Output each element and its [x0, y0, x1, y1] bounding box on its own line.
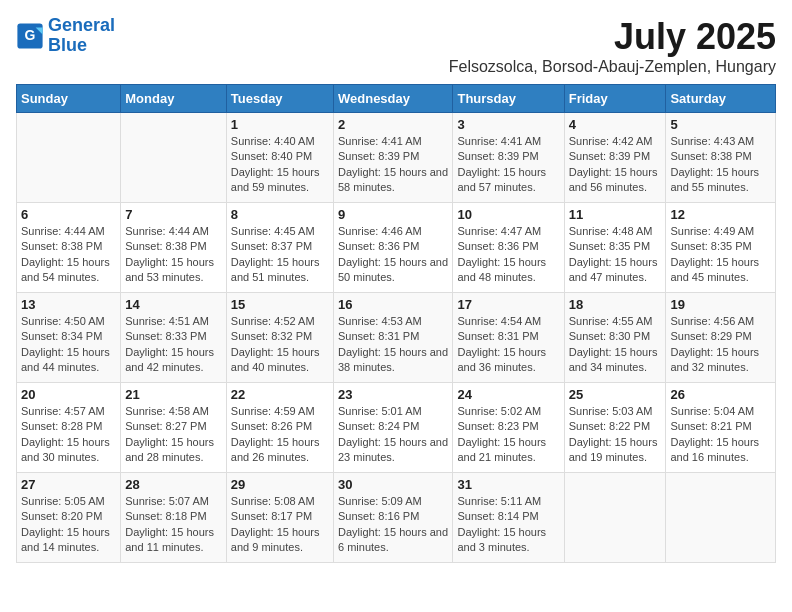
day-number: 26: [670, 387, 771, 402]
day-info: Sunrise: 5:01 AM Sunset: 8:24 PM Dayligh…: [338, 404, 448, 466]
day-info: Sunrise: 4:52 AM Sunset: 8:32 PM Dayligh…: [231, 314, 329, 376]
day-number: 9: [338, 207, 448, 222]
calendar-cell: 5Sunrise: 4:43 AM Sunset: 8:38 PM Daylig…: [666, 113, 776, 203]
day-number: 29: [231, 477, 329, 492]
svg-text:G: G: [25, 27, 36, 43]
day-number: 3: [457, 117, 559, 132]
day-info: Sunrise: 4:43 AM Sunset: 8:38 PM Dayligh…: [670, 134, 771, 196]
calendar-cell: 21Sunrise: 4:58 AM Sunset: 8:27 PM Dayli…: [121, 383, 227, 473]
day-info: Sunrise: 5:08 AM Sunset: 8:17 PM Dayligh…: [231, 494, 329, 556]
calendar-week-4: 20Sunrise: 4:57 AM Sunset: 8:28 PM Dayli…: [17, 383, 776, 473]
day-info: Sunrise: 5:11 AM Sunset: 8:14 PM Dayligh…: [457, 494, 559, 556]
day-number: 11: [569, 207, 662, 222]
calendar-cell: 4Sunrise: 4:42 AM Sunset: 8:39 PM Daylig…: [564, 113, 666, 203]
weekday-header-friday: Friday: [564, 85, 666, 113]
day-number: 18: [569, 297, 662, 312]
day-info: Sunrise: 4:40 AM Sunset: 8:40 PM Dayligh…: [231, 134, 329, 196]
day-number: 13: [21, 297, 116, 312]
calendar-cell: 8Sunrise: 4:45 AM Sunset: 8:37 PM Daylig…: [226, 203, 333, 293]
day-info: Sunrise: 4:50 AM Sunset: 8:34 PM Dayligh…: [21, 314, 116, 376]
day-info: Sunrise: 4:59 AM Sunset: 8:26 PM Dayligh…: [231, 404, 329, 466]
weekday-header-sunday: Sunday: [17, 85, 121, 113]
calendar-cell: [17, 113, 121, 203]
calendar-cell: 6Sunrise: 4:44 AM Sunset: 8:38 PM Daylig…: [17, 203, 121, 293]
calendar-cell: 26Sunrise: 5:04 AM Sunset: 8:21 PM Dayli…: [666, 383, 776, 473]
day-info: Sunrise: 4:45 AM Sunset: 8:37 PM Dayligh…: [231, 224, 329, 286]
calendar-cell: 24Sunrise: 5:02 AM Sunset: 8:23 PM Dayli…: [453, 383, 564, 473]
day-number: 10: [457, 207, 559, 222]
day-number: 15: [231, 297, 329, 312]
calendar-cell: 12Sunrise: 4:49 AM Sunset: 8:35 PM Dayli…: [666, 203, 776, 293]
calendar-cell: 23Sunrise: 5:01 AM Sunset: 8:24 PM Dayli…: [333, 383, 452, 473]
day-number: 20: [21, 387, 116, 402]
calendar-header: SundayMondayTuesdayWednesdayThursdayFrid…: [17, 85, 776, 113]
calendar-week-1: 1Sunrise: 4:40 AM Sunset: 8:40 PM Daylig…: [17, 113, 776, 203]
day-number: 12: [670, 207, 771, 222]
day-number: 6: [21, 207, 116, 222]
calendar-cell: 10Sunrise: 4:47 AM Sunset: 8:36 PM Dayli…: [453, 203, 564, 293]
day-info: Sunrise: 4:58 AM Sunset: 8:27 PM Dayligh…: [125, 404, 222, 466]
calendar-cell: 13Sunrise: 4:50 AM Sunset: 8:34 PM Dayli…: [17, 293, 121, 383]
day-info: Sunrise: 4:48 AM Sunset: 8:35 PM Dayligh…: [569, 224, 662, 286]
weekday-header-saturday: Saturday: [666, 85, 776, 113]
day-info: Sunrise: 4:54 AM Sunset: 8:31 PM Dayligh…: [457, 314, 559, 376]
day-info: Sunrise: 5:04 AM Sunset: 8:21 PM Dayligh…: [670, 404, 771, 466]
day-number: 31: [457, 477, 559, 492]
day-number: 24: [457, 387, 559, 402]
calendar-cell: 25Sunrise: 5:03 AM Sunset: 8:22 PM Dayli…: [564, 383, 666, 473]
day-info: Sunrise: 4:55 AM Sunset: 8:30 PM Dayligh…: [569, 314, 662, 376]
calendar-cell: 31Sunrise: 5:11 AM Sunset: 8:14 PM Dayli…: [453, 473, 564, 563]
day-info: Sunrise: 4:49 AM Sunset: 8:35 PM Dayligh…: [670, 224, 771, 286]
calendar-week-5: 27Sunrise: 5:05 AM Sunset: 8:20 PM Dayli…: [17, 473, 776, 563]
calendar-cell: 15Sunrise: 4:52 AM Sunset: 8:32 PM Dayli…: [226, 293, 333, 383]
day-info: Sunrise: 4:47 AM Sunset: 8:36 PM Dayligh…: [457, 224, 559, 286]
calendar-table: SundayMondayTuesdayWednesdayThursdayFrid…: [16, 84, 776, 563]
calendar-cell: 20Sunrise: 4:57 AM Sunset: 8:28 PM Dayli…: [17, 383, 121, 473]
day-number: 1: [231, 117, 329, 132]
day-info: Sunrise: 4:44 AM Sunset: 8:38 PM Dayligh…: [21, 224, 116, 286]
page-header: G General Blue July 2025 Felsozsolca, Bo…: [16, 16, 776, 76]
day-number: 5: [670, 117, 771, 132]
subtitle: Felsozsolca, Borsod-Abauj-Zemplen, Hunga…: [449, 58, 776, 76]
weekday-header-thursday: Thursday: [453, 85, 564, 113]
weekday-header-wednesday: Wednesday: [333, 85, 452, 113]
day-number: 28: [125, 477, 222, 492]
calendar-cell: 29Sunrise: 5:08 AM Sunset: 8:17 PM Dayli…: [226, 473, 333, 563]
calendar-cell: 9Sunrise: 4:46 AM Sunset: 8:36 PM Daylig…: [333, 203, 452, 293]
logo-text: General Blue: [48, 16, 115, 56]
logo-line1: General: [48, 15, 115, 35]
day-info: Sunrise: 5:07 AM Sunset: 8:18 PM Dayligh…: [125, 494, 222, 556]
weekday-header-monday: Monday: [121, 85, 227, 113]
day-number: 19: [670, 297, 771, 312]
day-info: Sunrise: 4:41 AM Sunset: 8:39 PM Dayligh…: [457, 134, 559, 196]
day-info: Sunrise: 4:41 AM Sunset: 8:39 PM Dayligh…: [338, 134, 448, 196]
calendar-cell: 22Sunrise: 4:59 AM Sunset: 8:26 PM Dayli…: [226, 383, 333, 473]
calendar-cell: 14Sunrise: 4:51 AM Sunset: 8:33 PM Dayli…: [121, 293, 227, 383]
day-number: 27: [21, 477, 116, 492]
day-info: Sunrise: 4:53 AM Sunset: 8:31 PM Dayligh…: [338, 314, 448, 376]
calendar-cell: 7Sunrise: 4:44 AM Sunset: 8:38 PM Daylig…: [121, 203, 227, 293]
calendar-cell: 2Sunrise: 4:41 AM Sunset: 8:39 PM Daylig…: [333, 113, 452, 203]
day-number: 17: [457, 297, 559, 312]
logo: G General Blue: [16, 16, 115, 56]
calendar-cell: 17Sunrise: 4:54 AM Sunset: 8:31 PM Dayli…: [453, 293, 564, 383]
calendar-week-3: 13Sunrise: 4:50 AM Sunset: 8:34 PM Dayli…: [17, 293, 776, 383]
calendar-cell: [666, 473, 776, 563]
day-info: Sunrise: 4:57 AM Sunset: 8:28 PM Dayligh…: [21, 404, 116, 466]
weekday-header-row: SundayMondayTuesdayWednesdayThursdayFrid…: [17, 85, 776, 113]
title-block: July 2025 Felsozsolca, Borsod-Abauj-Zemp…: [449, 16, 776, 76]
day-number: 16: [338, 297, 448, 312]
day-info: Sunrise: 5:05 AM Sunset: 8:20 PM Dayligh…: [21, 494, 116, 556]
calendar-cell: [564, 473, 666, 563]
day-number: 2: [338, 117, 448, 132]
calendar-cell: 27Sunrise: 5:05 AM Sunset: 8:20 PM Dayli…: [17, 473, 121, 563]
calendar-cell: 11Sunrise: 4:48 AM Sunset: 8:35 PM Dayli…: [564, 203, 666, 293]
calendar-cell: 18Sunrise: 4:55 AM Sunset: 8:30 PM Dayli…: [564, 293, 666, 383]
calendar-cell: 28Sunrise: 5:07 AM Sunset: 8:18 PM Dayli…: [121, 473, 227, 563]
day-number: 14: [125, 297, 222, 312]
day-info: Sunrise: 5:09 AM Sunset: 8:16 PM Dayligh…: [338, 494, 448, 556]
day-number: 21: [125, 387, 222, 402]
day-info: Sunrise: 5:03 AM Sunset: 8:22 PM Dayligh…: [569, 404, 662, 466]
day-info: Sunrise: 4:46 AM Sunset: 8:36 PM Dayligh…: [338, 224, 448, 286]
logo-icon: G: [16, 22, 44, 50]
